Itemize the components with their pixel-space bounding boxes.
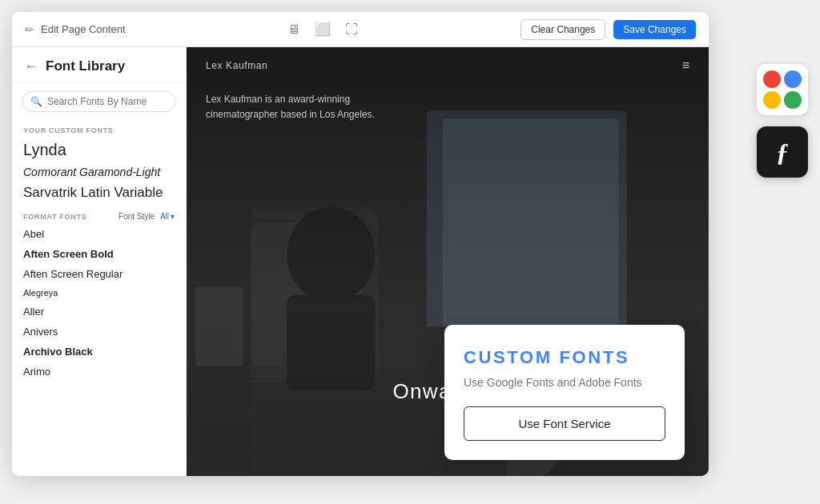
search-icon: 🔍 [30, 96, 42, 107]
save-changes-button[interactable]: Save Changes [613, 20, 696, 39]
top-bar-left: ✏ Edit Page Content [25, 23, 126, 36]
list-item[interactable]: Aften Screen Regular [12, 264, 186, 284]
svg-rect-10 [287, 294, 375, 390]
font-style-filter[interactable]: Font Style All ▾ [119, 212, 175, 221]
top-bar-center: 🖥 ⬜ ⛶ [287, 22, 358, 37]
sidebar-title: Font Library [46, 58, 125, 74]
expand-icon[interactable]: ⛶ [345, 22, 358, 37]
canvas-area: Lex Kaufman ≡ Lex Kaufman is an award-wi… [187, 47, 709, 476]
edit-page-label: Edit Page Content [41, 23, 126, 35]
clear-changes-button[interactable]: Clear Changes [521, 19, 605, 40]
top-bar-right: Clear Changes Save Changes [521, 19, 696, 40]
list-item[interactable]: Alegreya [12, 284, 186, 302]
svg-rect-2 [443, 119, 619, 327]
adobe-fonts-badge: ƒ [757, 126, 808, 178]
font-style-value: All [160, 212, 169, 221]
pencil-icon: ✏ [25, 23, 34, 36]
search-input[interactable] [47, 96, 167, 107]
gf-green-circle [784, 91, 802, 109]
hamburger-icon: ≡ [682, 58, 689, 73]
list-item[interactable]: Abel [12, 224, 186, 244]
custom-fonts-popup: CUSTOM FONTS Use Google Fonts and Adobe … [444, 325, 685, 460]
google-fonts-logo [758, 66, 806, 114]
custom-fonts-label: YOUR CUSTOM FONTS [12, 120, 186, 138]
popup-title: CUSTOM FONTS [464, 347, 665, 368]
editor-window: ✏ Edit Page Content 🖥 ⬜ ⛶ Clear Changes … [12, 12, 709, 476]
hero-description: Lex Kaufman is an award-winning cinemato… [206, 92, 382, 122]
popup-subtitle: Use Google Fonts and Adobe Fonts [464, 376, 665, 389]
website-preview: Lex Kaufman ≡ Lex Kaufman is an award-wi… [187, 47, 709, 476]
list-item[interactable]: Arimo [12, 362, 186, 382]
monitor-icon[interactable]: 🖥 [287, 22, 300, 37]
adobe-fonts-logo: ƒ [776, 138, 789, 167]
svg-rect-8 [195, 286, 243, 366]
gf-red-circle [763, 70, 781, 88]
format-fonts-header: FORMAT FONTS Font Style All ▾ [12, 204, 186, 224]
format-fonts-label: FORMAT FONTS [23, 213, 86, 221]
list-item[interactable]: Archivo Black [12, 342, 186, 362]
list-item[interactable]: Aller [12, 302, 186, 322]
top-bar: ✏ Edit Page Content 🖥 ⬜ ⛶ Clear Changes … [12, 12, 709, 47]
gf-yellow-circle [763, 91, 781, 109]
google-fonts-badge [757, 64, 808, 115]
sidebar-header: ← Font Library [12, 47, 186, 83]
chevron-down-icon: ▾ [171, 212, 175, 221]
list-item[interactable]: Sarvatrik Latin Variable [12, 182, 186, 204]
search-box[interactable]: 🔍 [22, 91, 176, 112]
font-library-sidebar: ← Font Library 🔍 YOUR CUSTOM FONTS Lynda… [12, 47, 187, 476]
svg-point-9 [287, 207, 375, 303]
editor-body: ← Font Library 🔍 YOUR CUSTOM FONTS Lynda… [12, 47, 709, 476]
back-arrow-icon[interactable]: ← [25, 59, 38, 74]
gf-blue-circle [784, 70, 802, 88]
preview-nav: Lex Kaufman ≡ [187, 47, 709, 84]
list-item[interactable]: Anivers [12, 322, 186, 342]
list-item[interactable]: Cormorant Garamond-Light [12, 162, 186, 182]
list-item[interactable]: Aften Screen Bold [12, 244, 186, 264]
preview-site-title: Lex Kaufman [206, 60, 267, 71]
tablet-icon[interactable]: ⬜ [315, 22, 331, 37]
use-font-service-button[interactable]: Use Font Service [464, 406, 665, 441]
font-style-label: Font Style [119, 212, 155, 221]
preview-hero: Lex Kaufman is an award-winning cinemato… [187, 84, 709, 138]
list-item[interactable]: Lynda [12, 138, 186, 162]
